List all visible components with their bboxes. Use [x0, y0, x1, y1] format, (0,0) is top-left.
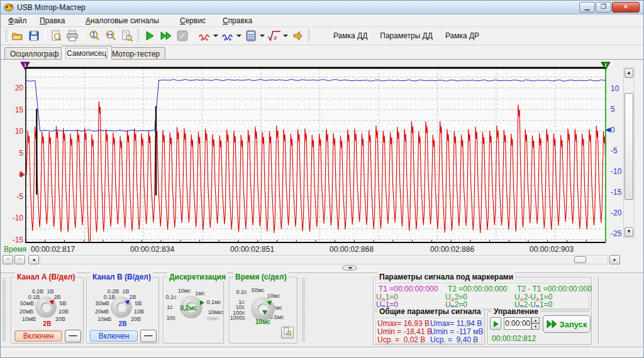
- sound-button[interactable]: [290, 28, 305, 43]
- math-function-button[interactable]: α: [267, 28, 282, 43]
- channel-a-umin: Umin = -18,41 В: [377, 327, 432, 336]
- svg-text:α: α: [274, 34, 277, 41]
- knob-scale-label: 50мВ: [96, 300, 109, 306]
- zoom-vertical-button[interactable]: [87, 28, 102, 43]
- menu-1[interactable]: Файл: [8, 16, 27, 25]
- common-params-panel: Общие параметры сигнала Umax= 16,93 В Um…: [373, 312, 485, 345]
- svg-text:1: 1: [24, 63, 26, 67]
- svg-text:10: 10: [15, 127, 24, 136]
- print-button[interactable]: [65, 28, 80, 43]
- calculator-icon: [245, 30, 257, 42]
- save-button[interactable]: [26, 28, 42, 43]
- horizontal-scrollbar[interactable]: [40, 255, 608, 264]
- vertical-scroll-thumb[interactable]: [625, 93, 633, 200]
- channel-a-signal-button[interactable]: [197, 28, 212, 43]
- channel-a-signal-dropdown[interactable]: [213, 28, 218, 43]
- print-preview-button[interactable]: [48, 28, 64, 43]
- knob-scale-label: 5мкс: [207, 315, 219, 322]
- close-button[interactable]: ✕: [612, 2, 640, 13]
- svg-text:10: 10: [611, 84, 619, 93]
- svg-text:-20: -20: [611, 209, 622, 217]
- time-div-title: Время (с/дел): [233, 273, 289, 281]
- control-panel: Канал A (В/дел) 2В Включен — 0.2В1В0.1В2…: [1, 273, 644, 347]
- channel-a-enable-button[interactable]: Включен: [14, 330, 62, 342]
- svg-text:00:00:02:817: 00:00:02:817: [31, 245, 75, 254]
- svg-text:5: 5: [611, 105, 615, 114]
- params-dd-button[interactable]: Параметры ДД: [380, 31, 433, 40]
- svg-text:0: 0: [19, 170, 23, 179]
- tab-recorder[interactable]: Самописец: [61, 46, 112, 60]
- signal-blue-icon: [221, 30, 234, 42]
- toolbar-separator: [193, 30, 194, 42]
- toolbar-grip[interactable]: [5, 30, 8, 42]
- frame-dr-button[interactable]: Рамка ДР: [445, 31, 479, 40]
- toolbar-grip[interactable]: [137, 30, 140, 42]
- svg-text:-15: -15: [13, 236, 24, 244]
- zoom-horizontal-button[interactable]: [103, 28, 118, 43]
- scroll-down-button[interactable]: ▼: [625, 227, 633, 237]
- math-function-dropdown[interactable]: [282, 28, 288, 43]
- open-button[interactable]: [10, 28, 25, 43]
- channel-b-signal-dropdown[interactable]: [236, 28, 242, 43]
- time-div-zoom-button[interactable]: [281, 327, 294, 339]
- control-play-button[interactable]: [490, 317, 501, 330]
- panel-divider: [598, 277, 599, 344]
- minimize-button[interactable]: ▁: [579, 2, 595, 13]
- knob-scale-label: 10мс: [178, 288, 191, 294]
- toolbar-grip[interactable]: [308, 30, 310, 42]
- spinner-down-button[interactable]: ▼: [531, 323, 540, 330]
- spinner-buttons: ▲ ▼: [531, 317, 540, 330]
- channel-a-uavg: Uср. = 0,02 В: [377, 335, 425, 344]
- channel-b-invert-button[interactable]: —: [140, 330, 157, 342]
- app-window: USB Мотор-Мастер ▁ ❐ ✕ ФайлПравкаАналого…: [0, 0, 644, 358]
- continuous-run-button[interactable]: [158, 28, 174, 43]
- marker1-goto-button[interactable]: ..: [3, 255, 13, 264]
- scroll-up-button[interactable]: ▲: [625, 68, 633, 78]
- calculator-button[interactable]: [243, 28, 258, 43]
- edit-button[interactable]: [175, 28, 190, 43]
- knob-scale-label: 10В: [134, 308, 144, 315]
- zoom-page-button[interactable]: [119, 28, 135, 43]
- toolbar-separator: [45, 30, 45, 42]
- restore-icon: ❐: [601, 3, 606, 11]
- fast-forward-icon: [160, 30, 172, 42]
- tab-oscilloscope[interactable]: Осциллограф: [4, 47, 64, 60]
- svg-text:2: 2: [604, 63, 607, 67]
- discretization-value: 0,2мс: [180, 305, 197, 312]
- marker2-goto-button[interactable]: ..: [14, 255, 25, 264]
- print-preview-icon: [50, 30, 62, 42]
- spinner-up-button[interactable]: ▲: [531, 317, 540, 323]
- channel-a-invert-button[interactable]: —: [65, 330, 81, 342]
- scroll-left-button[interactable]: ◂: [28, 255, 39, 264]
- menu-bar: ФайлПравкаАналоговые сигналыСервисСправк…: [1, 14, 643, 27]
- menu-3[interactable]: Аналоговые сигналы: [86, 16, 159, 25]
- menu-2[interactable]: Правка: [40, 16, 65, 25]
- zoom-horizontal-icon: [104, 30, 117, 42]
- collapse-panel-button[interactable]: [342, 265, 357, 271]
- discretization-title: Дискретизация: [167, 273, 228, 281]
- window-title: USB Мотор-Мастер: [17, 3, 86, 12]
- chart-canvas[interactable]: 1220151050-5-10-151050-5-10-15-20-25Врем…: [1, 60, 644, 256]
- menu-5[interactable]: Справка: [223, 16, 252, 25]
- t2-value: T2 =00:00:00:000: [448, 285, 507, 293]
- start-button[interactable]: Запуск: [543, 315, 591, 333]
- tab-motor-tester[interactable]: Мотор-тестер: [106, 47, 165, 60]
- knob-scale-label: 10В: [58, 308, 69, 315]
- horizontal-scroll-thumb[interactable]: [574, 256, 586, 263]
- frame-dd-button[interactable]: Рамка ДД: [333, 31, 367, 40]
- discretization-knob-pointer: [200, 300, 207, 305]
- channel-b-signal-button[interactable]: [220, 28, 235, 43]
- vertical-scrollbar[interactable]: ▲ ▼: [623, 67, 635, 238]
- knob-scale-label: 0,1с: [165, 294, 176, 300]
- channel-b-enable-button[interactable]: Включен: [90, 330, 138, 342]
- time-div-value: 10мс: [255, 318, 270, 325]
- duration-spinner[interactable]: 0:00:00: [504, 317, 531, 330]
- menu-4[interactable]: Сервис: [180, 16, 206, 25]
- knob-scale-label: 1000с: [230, 315, 246, 321]
- panel-grip[interactable]: [302, 278, 305, 341]
- scroll-right-button[interactable]: ▸: [609, 255, 620, 264]
- restore-button[interactable]: ❐: [596, 2, 611, 13]
- calculator-dropdown[interactable]: [259, 28, 265, 43]
- panel-grip[interactable]: [3, 278, 6, 341]
- start-acquisition-button[interactable]: [142, 28, 157, 43]
